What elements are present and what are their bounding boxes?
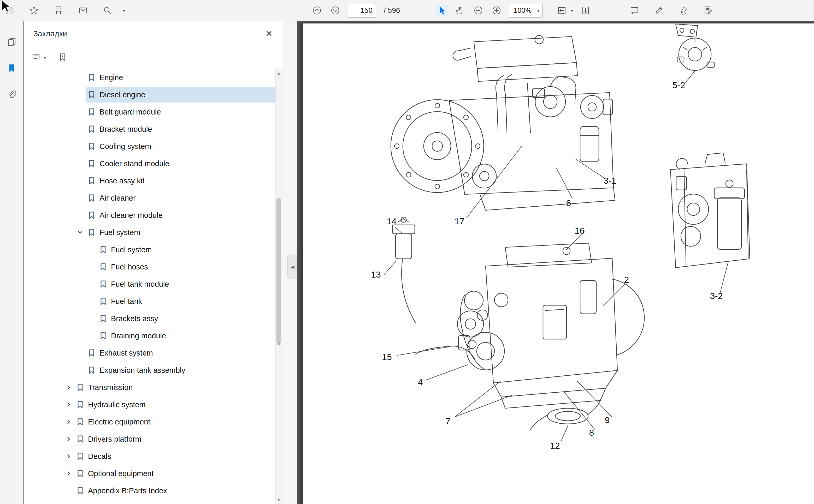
attachments-button[interactable]	[5, 89, 18, 101]
engine-parts-diagram	[303, 23, 814, 504]
chevron-right-icon	[65, 436, 72, 442]
bookmark-item-appendix-b-parts-index[interactable]: Appendix B:Parts Index	[24, 482, 276, 499]
scroll-down-icon[interactable]: ▼	[276, 496, 282, 503]
fit-page-button[interactable]	[580, 5, 591, 16]
email-button[interactable]	[77, 5, 89, 16]
bookmark-options-caret-icon: ▾	[44, 55, 46, 60]
page-total-label: / 596	[384, 6, 400, 15]
chevron-spacer	[86, 296, 97, 307]
bookmark-item-decals[interactable]: Decals	[24, 448, 276, 465]
bookmark-item-draining-module[interactable]: Draining module	[24, 327, 276, 344]
print-icon	[53, 5, 63, 15]
chevron-right-icon	[65, 418, 72, 425]
locate-current-bookmark-button[interactable]	[57, 52, 68, 63]
pencil-button[interactable]	[653, 5, 665, 16]
hand-tool-button[interactable]	[454, 5, 466, 16]
bookmark-label: Engine	[99, 73, 123, 82]
bookmark-item-transmission[interactable]: Transmission	[24, 379, 276, 396]
chevron-spacer	[86, 278, 97, 290]
bookmark-item-fuel-system-child[interactable]: Fuel system	[24, 241, 276, 258]
select-tool-button[interactable]	[436, 5, 447, 16]
chevron-spacer	[74, 89, 86, 100]
part-callout: 14	[387, 216, 397, 226]
expand-bookmark-button[interactable]	[63, 451, 74, 462]
panel-splitter[interactable]: ◄	[282, 21, 297, 504]
bookmark-item-diesel-engine[interactable]: Diesel engine	[24, 86, 276, 103]
previous-page-button[interactable]	[311, 5, 323, 16]
page-number-input[interactable]	[348, 3, 376, 18]
paperclip-icon	[6, 89, 17, 100]
bookmark-label: Bracket module	[99, 125, 152, 134]
comment-button[interactable]	[629, 5, 640, 16]
bookmark-item-fuel-system[interactable]: Fuel system	[24, 224, 276, 241]
chevron-right-icon	[65, 453, 72, 460]
chevron-right-icon	[65, 401, 72, 408]
page-thumbnails-button[interactable]	[5, 35, 18, 48]
bookmark-item-fuel-hoses[interactable]: Fuel hoses	[24, 258, 276, 275]
bookmark-item-brackets-assy[interactable]: Brackets assy	[24, 310, 276, 327]
part-callout: 3-1	[603, 176, 616, 186]
zoom-out-button[interactable]	[472, 5, 484, 16]
bookmark-icon	[87, 211, 96, 219]
fit-width-caret-icon[interactable]: ▾	[571, 8, 573, 13]
zoom-level-select[interactable]: 100% ▾	[509, 3, 542, 18]
hand-tool-icon	[455, 5, 465, 15]
bookmark-item-air-cleaner-module[interactable]: Air cleaner module	[24, 207, 276, 224]
collapse-bookmark-button[interactable]	[74, 227, 86, 238]
bookmark-options-button[interactable]: ▾	[32, 52, 46, 63]
bookmark-item-fuel-tank-module[interactable]: Fuel tank module	[24, 275, 276, 293]
bookmark-item-bracket-module[interactable]: Bracket module	[24, 121, 276, 138]
zoom-in-button[interactable]	[491, 5, 502, 16]
bookmark-item-expansion-tank-assembly[interactable]: Expansion tank assembly	[24, 362, 276, 379]
bookmark-icon	[99, 297, 107, 305]
next-page-button[interactable]	[330, 5, 341, 16]
bookmark-item-engine[interactable]: Engine	[24, 69, 276, 86]
search-caret-icon[interactable]: ▾	[123, 8, 125, 13]
star-button[interactable]	[28, 5, 40, 16]
bookmark-item-air-cleaner[interactable]: Air cleaner	[24, 189, 276, 207]
pdf-page[interactable]: 5-2 3-1 6 17 14 16 13 2 3-2 15 4 7 9 8 1…	[303, 23, 814, 504]
scrollbar-thumb[interactable]	[277, 198, 281, 344]
stamp-button[interactable]	[702, 5, 714, 16]
fill-sign-button[interactable]	[678, 5, 689, 16]
chevron-spacer	[74, 123, 86, 135]
scroll-up-icon[interactable]: ▲	[276, 69, 282, 77]
bookmark-label: Belt guard module	[99, 108, 161, 116]
bookmark-item-drivers-platform[interactable]: Drivers platform	[24, 430, 276, 448]
engine-bottom-drawing	[415, 243, 644, 430]
bookmark-icon	[87, 366, 96, 374]
leader-lines	[384, 71, 728, 442]
close-panel-button[interactable]: ✕	[266, 29, 273, 38]
print-button[interactable]	[53, 5, 64, 16]
part-callout: 16	[574, 226, 584, 236]
toolbar-right-group	[629, 0, 714, 21]
page-thumbnails-icon	[6, 36, 17, 47]
bookmark-item-electric-equipment[interactable]: Electric equipment	[24, 413, 276, 430]
bookmark-item-optional-equipment[interactable]: Optional equipment	[24, 465, 276, 482]
expand-bookmark-button[interactable]	[63, 382, 74, 393]
expand-bookmark-button[interactable]	[63, 433, 74, 445]
bookmark-label: Exhaust system	[99, 349, 153, 357]
bookmarks-tab-button[interactable]	[5, 62, 18, 75]
bookmarks-scrollbar[interactable]: ▲ ≡ ▼	[276, 69, 282, 504]
bookmark-label: Electric equipment	[88, 418, 150, 426]
expand-bookmark-button[interactable]	[63, 399, 74, 410]
bookmark-icon	[99, 245, 107, 254]
top-toolbar: ▾ / 596	[0, 0, 814, 21]
bookmark-item-hose-assy-kit[interactable]: Hose assy kit	[24, 172, 276, 189]
chevron-right-icon	[65, 384, 72, 391]
part-callout: 13	[371, 269, 381, 280]
bookmark-item-belt-guard-module[interactable]: Belt guard module	[24, 103, 276, 121]
collapse-panel-button[interactable]: ◄	[288, 255, 297, 279]
bookmark-item-cooler-stand-module[interactable]: Cooler stand module	[24, 155, 276, 172]
search-button[interactable]	[102, 5, 113, 16]
expand-bookmark-button[interactable]	[63, 416, 74, 428]
expand-bookmark-button[interactable]	[63, 468, 74, 479]
fit-width-button[interactable]	[556, 5, 567, 16]
bookmark-icon	[76, 400, 84, 409]
bookmark-item-exhaust-system[interactable]: Exhaust system	[24, 344, 276, 362]
bookmark-item-cooling-system[interactable]: Cooling system	[24, 138, 276, 155]
page-up-icon	[312, 5, 322, 15]
bookmark-item-hydraulic-system[interactable]: Hydraulic system	[24, 396, 276, 413]
bookmark-item-fuel-tank[interactable]: Fuel tank	[24, 293, 276, 310]
